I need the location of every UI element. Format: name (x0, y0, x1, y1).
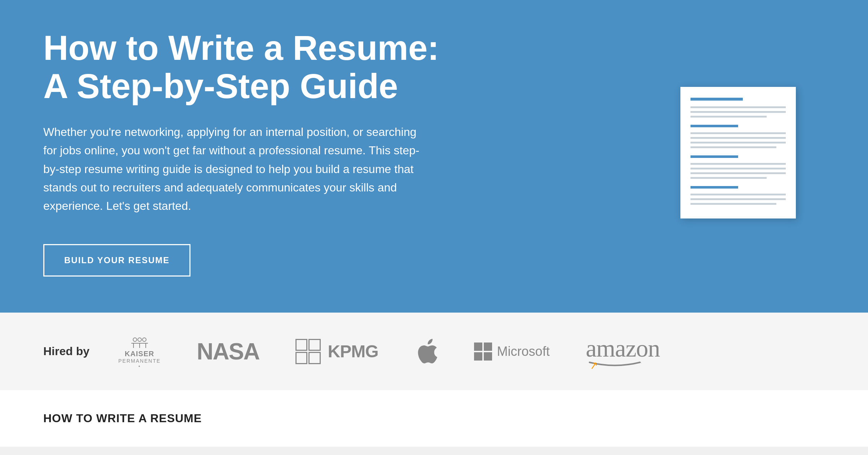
resume-section-header (691, 125, 738, 127)
resume-line (691, 203, 776, 205)
kaiser-permanente-logo: KAISER PERMANENTE ⬥ (118, 335, 161, 368)
amazon-text: amazon (586, 335, 660, 362)
amazon-logo: amazon (586, 334, 660, 368)
kpmg-text: KPMG (328, 341, 378, 361)
bottom-section: HOW TO WRITE A RESUME (0, 390, 868, 447)
amazon-icon: amazon (586, 334, 660, 368)
hero-section: How to Write a Resume:A Step-by-Step Gui… (0, 0, 868, 313)
resume-line (691, 146, 776, 148)
nasa-text: NASA (197, 338, 259, 365)
microsoft-text: Microsoft (497, 344, 550, 359)
resume-line (691, 168, 786, 169)
microsoft-logo: Microsoft (474, 343, 550, 361)
resume-line (691, 177, 767, 179)
hero-title: How to Write a Resume:A Step-by-Step Gui… (43, 29, 439, 105)
microsoft-icon (474, 343, 492, 361)
resume-line (691, 111, 786, 113)
svg-point-2 (143, 338, 146, 341)
bottom-heading: HOW TO WRITE A RESUME (43, 412, 825, 425)
kpmg-logo: KPMG (295, 339, 378, 364)
resume-line (691, 194, 786, 195)
resume-section-header (691, 155, 738, 158)
hero-content: How to Write a Resume:A Step-by-Step Gui… (43, 29, 439, 277)
hired-by-section: Hired by KAISER PERMANENTE ⬥ NASA (0, 313, 868, 390)
kpmg-icon (295, 339, 321, 364)
kaiser-icon (131, 335, 149, 350)
resume-line (691, 116, 767, 118)
svg-point-1 (138, 338, 141, 341)
resume-line (691, 172, 786, 174)
resume-line (691, 163, 786, 165)
resume-section-header (691, 186, 738, 189)
nasa-logo: NASA (197, 338, 259, 365)
hero-subtitle: Whether you're networking, applying for … (43, 123, 422, 215)
resume-line (691, 142, 786, 143)
hired-by-label: Hired by (43, 345, 89, 358)
resume-line (691, 106, 786, 108)
resume-illustration-header (691, 98, 743, 101)
resume-line (691, 132, 786, 134)
companies-row: KAISER PERMANENTE ⬥ NASA KPMG (118, 334, 660, 368)
build-resume-button[interactable]: BUILD YOUR RESUME (43, 244, 190, 277)
resume-illustration (680, 87, 796, 218)
apple-icon (415, 337, 438, 366)
resume-line (691, 198, 786, 200)
resume-line (691, 137, 786, 139)
apple-logo (415, 337, 438, 366)
svg-point-0 (133, 338, 137, 341)
